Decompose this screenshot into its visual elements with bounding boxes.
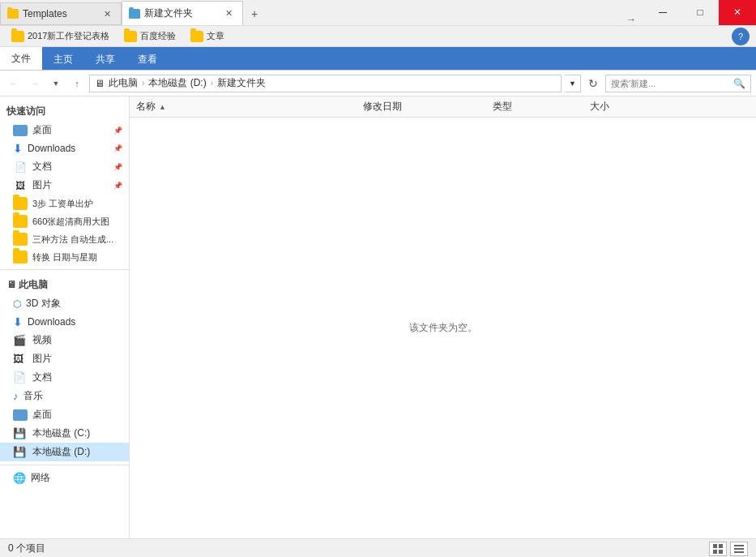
drive-d-icon: 💾 xyxy=(13,446,28,458)
nav-up-button[interactable]: ↑ xyxy=(68,75,86,92)
sidebar-item-docs-quick-label: 文档 xyxy=(32,160,52,174)
sidebar-item-network[interactable]: 🌐 网络 xyxy=(0,469,129,487)
path-icon: 🖥 xyxy=(95,78,105,89)
sidebar-item-desktop-quick[interactable]: 桌面 📌 xyxy=(0,121,129,139)
content-header: 名称 ▲ 修改日期 类型 大小 xyxy=(130,96,756,118)
ribbon-tab-file[interactable]: 文件 xyxy=(0,47,42,70)
sidebar-item-docs-pc-label: 文档 xyxy=(32,371,52,384)
search-input[interactable] xyxy=(611,79,730,88)
pin-icon-4: 📌 xyxy=(113,182,122,190)
quick-item-1[interactable]: 2017新工作登记表格 xyxy=(6,28,114,44)
ribbon-tab-home[interactable]: 主页 xyxy=(42,49,84,70)
svg-rect-0 xyxy=(713,544,717,548)
col-header-type[interactable]: 类型 xyxy=(493,100,590,114)
new-tab-icon: + xyxy=(251,7,258,20)
nav-recent-button[interactable]: ▼ xyxy=(47,75,65,92)
sidebar-item-folder-2[interactable]: 660张超清商用大图 xyxy=(0,212,129,230)
nav-back-button[interactable]: ← xyxy=(5,75,23,92)
pictures-icon: 🖼 xyxy=(13,179,28,192)
sidebar-item-folder-4-label: 转换 日期与星期 xyxy=(32,251,97,264)
sidebar-item-drive-c[interactable]: 💾 本地磁盘 (C:) xyxy=(0,424,129,443)
sidebar-item-desktop-pc[interactable]: 桌面 xyxy=(0,405,129,424)
svg-rect-5 xyxy=(734,548,744,550)
empty-message: 该文件夹为空。 xyxy=(409,321,477,335)
sidebar-item-folder-3-label: 三种方法 自动生成... xyxy=(32,234,113,246)
sidebar-item-folder-1[interactable]: 3步 工资单出炉 xyxy=(0,195,129,212)
ribbon-tab-share[interactable]: 共享 xyxy=(84,49,126,70)
sidebar-item-pictures-quick[interactable]: 🖼 图片 📌 xyxy=(0,176,129,195)
view-list-button[interactable] xyxy=(730,542,748,556)
sidebar-thispc-header: 🖥 此电脑 xyxy=(0,273,129,294)
col-header-size[interactable]: 大小 xyxy=(590,100,671,114)
sidebar-item-drive-d-label: 本地磁盘 (D:) xyxy=(32,445,90,459)
view-grid-button[interactable] xyxy=(709,542,727,556)
pin-icon: 📌 xyxy=(113,126,122,135)
refresh-button[interactable]: ↻ xyxy=(584,75,602,92)
window-close[interactable]: ✕ xyxy=(719,0,756,25)
sidebar-item-3d[interactable]: ⬡ 3D 对象 xyxy=(0,294,129,313)
address-dropdown-button[interactable]: ▼ xyxy=(565,75,581,92)
svg-rect-1 xyxy=(719,544,723,548)
list-view-icon xyxy=(733,543,745,555)
path-part-2[interactable]: 本地磁盘 (D:) xyxy=(146,75,208,91)
sidebar-item-drive-d[interactable]: 💾 本地磁盘 (D:) xyxy=(0,443,129,461)
sidebar-item-pictures-pc[interactable]: 🖼 图片 xyxy=(0,349,129,368)
folder-icon-2 xyxy=(13,215,28,228)
sidebar-item-music[interactable]: ♪ 音乐 xyxy=(0,387,129,405)
pin-icon-2: 📌 xyxy=(113,144,122,152)
sidebar-item-folder-3[interactable]: 三种方法 自动生成... xyxy=(0,230,129,248)
quick-item-2[interactable]: 百度经验 xyxy=(119,28,181,44)
help-button[interactable]: ? xyxy=(732,28,750,45)
quick-toolbar: 2017新工作登记表格 百度经验 文章 ? xyxy=(0,26,756,47)
network-icon: 🌐 xyxy=(13,472,26,484)
window-maximize[interactable]: □ xyxy=(681,0,719,25)
tab-templates-label: Templates xyxy=(23,8,67,19)
sidebar-item-folder-4[interactable]: 转换 日期与星期 xyxy=(0,248,129,266)
address-path-bar[interactable]: 🖥 此电脑 › 本地磁盘 (D:) › 新建文件夹 xyxy=(89,75,562,92)
tab-new-folder-close[interactable]: ✕ xyxy=(222,6,236,20)
quick-item-2-label: 百度经验 xyxy=(140,30,176,42)
quick-item-3[interactable]: 文章 xyxy=(186,28,229,44)
music-icon: ♪ xyxy=(13,390,19,402)
sidebar-item-downloads-quick-label: Downloads xyxy=(28,143,75,154)
grid-view-icon xyxy=(712,543,724,555)
svg-rect-6 xyxy=(734,551,744,553)
sidebar-divider-2 xyxy=(0,465,129,465)
svg-rect-2 xyxy=(713,550,717,554)
tab-new-folder[interactable]: 新建文件夹 ✕ xyxy=(122,1,243,25)
sidebar-item-downloads-pc[interactable]: ⬇ Downloads xyxy=(0,313,129,331)
folder-icon-4 xyxy=(13,251,28,264)
sidebar-divider-1 xyxy=(0,269,129,270)
desktop-icon xyxy=(13,125,28,136)
col-header-date[interactable]: 修改日期 xyxy=(363,100,493,114)
sidebar-item-pictures-pc-label: 图片 xyxy=(32,352,52,366)
col-header-name[interactable]: 名称 ▲ xyxy=(136,100,363,114)
status-view-controls xyxy=(709,542,748,556)
content-area: 名称 ▲ 修改日期 类型 大小 该文件夹为空。 xyxy=(130,96,756,538)
path-sep-2: › xyxy=(211,79,213,88)
quick-item-3-label: 文章 xyxy=(207,30,224,42)
tab-forward-button[interactable]: → xyxy=(618,14,644,25)
tab-new-button[interactable]: + xyxy=(243,2,266,25)
pin-icon-3: 📌 xyxy=(113,163,122,171)
search-box[interactable]: 🔍 xyxy=(605,75,751,92)
tab-new-folder-label: 新建文件夹 xyxy=(144,6,193,20)
path-part-3[interactable]: 新建文件夹 xyxy=(215,75,268,91)
sidebar-item-video-label: 视频 xyxy=(32,333,52,347)
ribbon-tab-view[interactable]: 查看 xyxy=(126,49,169,70)
sidebar-item-downloads-quick[interactable]: ⬇ Downloads 📌 xyxy=(0,139,129,157)
window-minimize[interactable]: ─ xyxy=(644,0,681,25)
tab-templates-close[interactable]: ✕ xyxy=(100,7,114,21)
folder-icon-1 xyxy=(13,197,28,210)
nav-forward-button[interactable]: → xyxy=(26,75,44,92)
path-part-1[interactable]: 此电脑 xyxy=(106,75,140,91)
download-icon-2: ⬇ xyxy=(13,315,23,328)
tab-templates[interactable]: Templates ✕ xyxy=(0,2,122,25)
sidebar-item-docs-quick[interactable]: 📄 文档 📌 xyxy=(0,157,129,176)
tab-templates-icon xyxy=(7,9,19,19)
sidebar-item-video[interactable]: 🎬 视频 xyxy=(0,331,129,349)
sort-arrow-name: ▲ xyxy=(159,103,166,111)
ribbon: 文件 主页 共享 查看 xyxy=(0,47,756,71)
sidebar-item-docs-pc[interactable]: 📄 文档 xyxy=(0,368,129,387)
download-icon: ⬇ xyxy=(13,142,23,155)
